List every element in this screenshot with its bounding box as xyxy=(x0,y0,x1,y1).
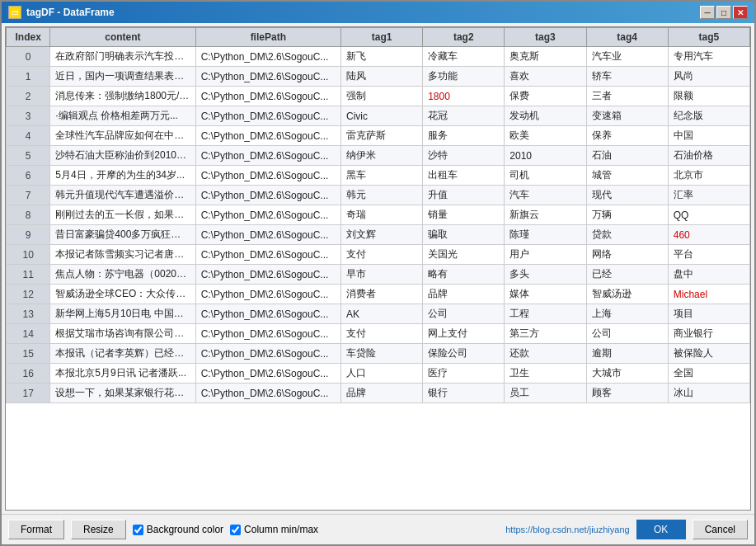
ok-button[interactable]: OK xyxy=(636,520,686,539)
table-row: 3·编辑观点 价格相差两万元...C:\Python_DM\2.6\SogouC… xyxy=(7,106,750,126)
cell-content: 5月4日，开摩的为生的34岁... xyxy=(50,166,195,186)
cell-tag1: 黑车 xyxy=(340,166,422,186)
cell-tag3: 多头 xyxy=(505,265,586,285)
cell-tag5: 汇率 xyxy=(668,186,749,205)
cell-tag5: 460 xyxy=(668,225,749,245)
table-row: 13新华网上海5月10日电 中国石化...C:\Python_DM\2.6\So… xyxy=(7,304,750,324)
cell-tag3: 欧美 xyxy=(505,126,586,146)
maximize-button[interactable]: □ xyxy=(716,6,731,19)
header-index: Index xyxy=(7,28,50,47)
cell-tag4: 顾客 xyxy=(586,384,668,403)
cell-tag5: 商业银行 xyxy=(668,324,749,344)
cell-tag1: 早市 xyxy=(340,265,422,285)
cell-tag5: 盘中 xyxy=(668,265,749,285)
minimize-button[interactable]: ─ xyxy=(700,6,715,19)
cell-content: 本报记者陈雪频实习记者唐翔发... xyxy=(50,245,195,265)
cell-tag5: 平台 xyxy=(668,245,749,265)
cell-index: 13 xyxy=(7,304,50,324)
cell-tag3: 陈瑾 xyxy=(505,225,586,245)
cell-filepath: C:\Python_DM\2.6\SogouC... xyxy=(195,67,340,87)
cell-index: 12 xyxy=(7,285,50,304)
cell-content: 昔日富豪骗贷400多万疯狂购买8... xyxy=(50,225,195,245)
cell-filepath: C:\Python_DM\2.6\SogouC... xyxy=(195,47,340,67)
col-minmax-checkbox[interactable] xyxy=(230,525,241,535)
cell-tag4: 现代 xyxy=(586,186,668,205)
cancel-button[interactable]: Cancel xyxy=(693,520,748,539)
cell-tag3: 用户 xyxy=(505,245,586,265)
cell-tag3: 还款 xyxy=(505,344,586,364)
cell-tag1: 韩元 xyxy=(340,186,422,205)
cell-content: 本报讯（记者李英辉）已经退出... xyxy=(50,344,195,364)
cell-tag4: 逾期 xyxy=(586,344,668,364)
cell-tag5: 北京市 xyxy=(668,166,749,186)
cell-filepath: C:\Python_DM\2.6\SogouC... xyxy=(195,146,340,166)
cell-tag5: 冰山 xyxy=(668,384,749,403)
cell-content: 消息传来：强制缴纳1800元/年... xyxy=(50,87,195,106)
table-row: 65月4日，开摩的为生的34岁...C:\Python_DM\2.6\Sogou… xyxy=(7,166,750,186)
watermark: https://blog.csdn.net/jiuzhiyang xyxy=(505,525,629,534)
cell-tag2: 骗取 xyxy=(423,225,505,245)
cell-filepath: C:\Python_DM\2.6\SogouC... xyxy=(195,106,340,126)
cell-tag1: Civic xyxy=(340,106,422,126)
cell-tag2: 沙特 xyxy=(423,146,505,166)
cell-tag1: 强制 xyxy=(340,87,422,106)
col-minmax-label: Column min/max xyxy=(244,524,318,535)
data-table-container[interactable]: Index content filePath tag1 tag2 tag3 ta… xyxy=(5,26,751,511)
table-row: 17设想一下，如果某家银行花了大...C:\Python_DM\2.6\Sogo… xyxy=(7,384,750,403)
cell-tag4: 城管 xyxy=(586,166,668,186)
resize-button[interactable]: Resize xyxy=(71,520,126,539)
data-table: Index content filePath tag1 tag2 tag3 ta… xyxy=(6,27,750,403)
cell-content: 新华网上海5月10日电 中国石化... xyxy=(50,304,195,324)
col-minmax-group: Column min/max xyxy=(230,524,318,535)
cell-tag2: 品牌 xyxy=(423,285,505,304)
cell-tag2: 冷藏车 xyxy=(423,47,505,67)
close-button[interactable]: ✕ xyxy=(733,6,748,19)
table-row: 1近日，国内一项调查结果表明：...C:\Python_DM\2.6\Sogou… xyxy=(7,67,750,87)
cell-tag3: 卫生 xyxy=(505,364,586,384)
cell-tag3: 奥克斯 xyxy=(505,47,586,67)
cell-index: 3 xyxy=(7,106,50,126)
cell-index: 10 xyxy=(7,245,50,265)
table-row: 2消息传来：强制缴纳1800元/年...C:\Python_DM\2.6\Sog… xyxy=(7,87,750,106)
format-button[interactable]: Format xyxy=(8,520,64,539)
cell-tag5: 纪念版 xyxy=(668,106,749,126)
cell-tag1: 车贷险 xyxy=(340,344,422,364)
cell-tag5: Michael xyxy=(668,285,749,304)
header-tag3: tag3 xyxy=(505,28,586,47)
cell-index: 15 xyxy=(7,344,50,364)
title-bar: 🗃 tagDF - DataFrame ─ □ ✕ xyxy=(2,2,754,23)
cell-content: 近日，国内一项调查结果表明：... xyxy=(50,67,195,87)
cell-index: 11 xyxy=(7,265,50,285)
cell-tag1: 刘文辉 xyxy=(340,225,422,245)
window-title: tagDF - DataFrame xyxy=(26,7,115,18)
cell-tag3: 2010 xyxy=(505,146,586,166)
cell-filepath: C:\Python_DM\2.6\SogouC... xyxy=(195,186,340,205)
cell-tag3: 保费 xyxy=(505,87,586,106)
table-row: 12智威汤逊全球CEO：大众传媒...C:\Python_DM\2.6\Sogo… xyxy=(7,285,750,304)
cell-filepath: C:\Python_DM\2.6\SogouC... xyxy=(195,205,340,225)
cell-tag1: 消费者 xyxy=(340,285,422,304)
bg-color-checkbox[interactable] xyxy=(133,525,143,535)
title-bar-left: 🗃 tagDF - DataFrame xyxy=(8,6,115,19)
cell-tag4: 上海 xyxy=(586,304,668,324)
cell-index: 4 xyxy=(7,126,50,146)
cell-tag2: 略有 xyxy=(423,265,505,285)
cell-tag3: 工程 xyxy=(505,304,586,324)
main-window: 🗃 tagDF - DataFrame ─ □ ✕ Index content … xyxy=(0,0,756,546)
cell-tag5: 风尚 xyxy=(668,67,749,87)
cell-index: 9 xyxy=(7,225,50,245)
cell-filepath: C:\Python_DM\2.6\SogouC... xyxy=(195,245,340,265)
table-body: 0在政府部门明确表示汽车投资过...C:\Python_DM\2.6\Sogou… xyxy=(7,47,750,403)
table-row: 15本报讯（记者李英辉）已经退出...C:\Python_DM\2.6\Sogo… xyxy=(7,344,750,364)
cell-tag4: 贷款 xyxy=(586,225,668,245)
cell-content: 全球性汽车品牌应如何在中国做... xyxy=(50,126,195,146)
table-row: 5沙特石油大臣称油价到2010年...C:\Python_DM\2.6\Sogo… xyxy=(7,146,750,166)
cell-tag4: 公司 xyxy=(586,324,668,344)
cell-content: 韩元升值现代汽车遭遇溢价尴尬... xyxy=(50,186,195,205)
table-row: 11焦点人物：苏宁电器（002024...C:\Python_DM\2.6\So… xyxy=(7,265,750,285)
cell-filepath: C:\Python_DM\2.6\SogouC... xyxy=(195,225,340,245)
table-row: 14根据艾瑞市场咨询有限公司发布...C:\Python_DM\2.6\Sogo… xyxy=(7,324,750,344)
cell-index: 16 xyxy=(7,364,50,384)
cell-tag2: 多功能 xyxy=(423,67,505,87)
cell-tag2: 关国光 xyxy=(423,245,505,265)
